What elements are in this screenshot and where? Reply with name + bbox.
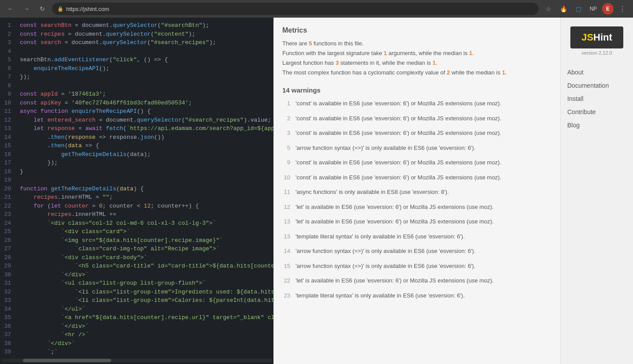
warning-number: 3 (282, 129, 290, 137)
warning-item: 13 'template literal syntax' is only ava… (282, 232, 551, 241)
warning-text: 'template literal syntax' is only availa… (296, 291, 551, 300)
code-line: } (20, 167, 269, 176)
code-line: const search = document.querySelector("#… (20, 38, 269, 47)
code-line: `<div class="card-body">` (20, 253, 269, 262)
warning-item: 12 'let' is available in ES6 (use 'esver… (282, 203, 551, 212)
code-line: .then(data => { (20, 141, 269, 150)
scrollbar-track[interactable] (1, 359, 273, 362)
warning-item: 13 'let' is available in ES6 (use 'esver… (282, 217, 551, 226)
line-number: 24 (0, 219, 15, 228)
code-line: async function enquireTheRecipeAPI() { (20, 107, 269, 116)
profile-avatar[interactable]: E (602, 3, 614, 15)
forward-button[interactable]: → (20, 3, 33, 15)
warning-item: 22 'let' is available in ES6 (use 'esver… (282, 276, 551, 285)
warning-text: 'let' is available in ES6 (use 'esversio… (296, 276, 551, 285)
warning-item: 9 'const' is available in ES6 (use 'esve… (282, 158, 551, 167)
address-bar[interactable]: 🔒 https://jshint.com (52, 3, 539, 15)
warning-number: 23 (282, 291, 290, 300)
warning-text: 'let' is available in ES6 (use 'esversio… (296, 217, 551, 226)
code-line: `<li class="list-group-item">Ingredients… (20, 288, 269, 297)
code-line: `</div>` (20, 271, 269, 279)
line-number: 1 (0, 21, 15, 30)
warning-text: 'arrow function syntax (=>)' is only ava… (296, 262, 551, 271)
browser-right-icons: ☆ 🔥 ▢ NP E ⋮ (542, 3, 629, 15)
user-icon-np[interactable]: NP (587, 3, 599, 15)
warnings-section: 14 warnings 1 'const' is available in ES… (282, 86, 551, 300)
sidebar-item-about[interactable]: About (567, 69, 626, 76)
code-line: let response = await fetch(`https://api.… (20, 124, 269, 133)
line-number: 11 (0, 107, 15, 116)
warning-item: 1 'const' is available in ES6 (use 'esve… (282, 99, 551, 108)
code-line: }); (20, 73, 269, 82)
line-number: 10 (0, 99, 15, 108)
scrollbar-thumb[interactable] (23, 359, 111, 362)
warning-text: 'template literal syntax' is only availa… (296, 232, 551, 241)
sidebar-item-contribute[interactable]: Contribute (567, 108, 626, 115)
line-number: 5 (0, 56, 15, 64)
code-line: `<li class="list-group-item">Calories: $… (20, 296, 269, 305)
line-number: 14 (0, 133, 15, 142)
puzzle-icon[interactable]: ▢ (572, 3, 584, 15)
code-area: 1234567891011121314151617181920212223242… (0, 18, 273, 357)
code-line: enquireTheRecipeAPI(); (20, 64, 269, 73)
line-number: 21 (0, 193, 15, 202)
warning-text: 'arrow function syntax (=>)' is only ava… (296, 144, 551, 152)
fire-icon[interactable]: 🔥 (557, 3, 569, 15)
line-number: 32 (0, 288, 15, 297)
line-number: 16 (0, 150, 15, 159)
back-button[interactable]: ← (4, 3, 17, 15)
warning-text: 'const' is available in ES6 (use 'esvers… (296, 99, 551, 108)
logo-version: version 2.12.0 (567, 50, 626, 56)
line-number: 28 (0, 253, 15, 262)
sidebar-nav: About Documentation Install Contribute B… (567, 69, 626, 135)
logo-hint: Hint (593, 32, 612, 43)
line-number: 34 (0, 305, 15, 314)
refresh-button[interactable]: ↻ (36, 3, 49, 15)
warning-number: 14 (282, 247, 290, 256)
line-number: 33 (0, 296, 15, 305)
menu-icon[interactable]: ⋮ (616, 3, 629, 15)
line-number: 3 (0, 38, 15, 47)
star-icon[interactable]: ☆ (542, 3, 554, 15)
line-number: 39 (0, 348, 15, 357)
code-line: recipes.innerHTML = ""; (20, 193, 269, 202)
line-number: 2 (0, 30, 15, 39)
line-number: 9 (0, 90, 15, 99)
warning-item: 15 'arrow function syntax (=>)' is only … (282, 262, 551, 271)
line-number: 22 (0, 202, 15, 211)
line-number: 19 (0, 176, 15, 185)
warning-number: 2 (282, 114, 290, 123)
code-line: getTheRecipeDetails(data); (20, 150, 269, 159)
sidebar-item-documentation[interactable]: Documentation (567, 82, 626, 89)
warning-number: 9 (282, 158, 290, 167)
logo-area: JS Hint version 2.12.0 (567, 26, 626, 56)
code-line: .then(response => response.json()) (20, 133, 269, 142)
sidebar-item-install[interactable]: Install (567, 95, 626, 102)
line-number: 27 (0, 245, 15, 253)
line-number: 8 (0, 82, 15, 90)
warning-item: 5 'arrow function syntax (=>)' is only a… (282, 144, 551, 152)
code-line: searchBtn.addEventListener("click", () =… (20, 56, 269, 64)
scrollbar-area[interactable] (0, 357, 273, 364)
code-line: `<div class="col-12 col-md-6 col-xl-3 co… (20, 219, 269, 228)
code-line: const appId = '187461a3'; (20, 90, 269, 99)
line-number: 30 (0, 271, 15, 279)
browser-chrome: ← → ↻ 🔒 https://jshint.com ☆ 🔥 ▢ NP E ⋮ (0, 0, 633, 18)
code-panel: 1234567891011121314151617181920212223242… (0, 18, 273, 364)
metrics-summary-3: Largest function has 3 statements in it,… (282, 58, 551, 68)
code-line: `<h5 class="card-title" id="card-title">… (20, 262, 269, 271)
code-line: `<a href="${data.hits[counter].recipe.ur… (20, 313, 269, 322)
warning-text: 'const' is available in ES6 (use 'esvers… (296, 129, 551, 137)
line-number: 38 (0, 339, 15, 348)
warning-item: 2 'const' is available in ES6 (use 'esve… (282, 114, 551, 123)
code-line: let entered_search = document.querySelec… (20, 116, 269, 125)
warning-text: 'const' is available in ES6 (use 'esvers… (296, 173, 551, 182)
warning-text: 'let' is available in ES6 (use 'esversio… (296, 203, 551, 212)
warning-number: 10 (282, 173, 290, 182)
line-number: 18 (0, 167, 15, 176)
sidebar-item-blog[interactable]: Blog (567, 122, 626, 129)
code-content[interactable]: const searchBtn = document.querySelector… (15, 18, 273, 357)
code-line: const recipes = document.querySelector("… (20, 30, 269, 39)
warning-item: 10 'const' is available in ES6 (use 'esv… (282, 173, 551, 182)
line-number: 15 (0, 141, 15, 150)
